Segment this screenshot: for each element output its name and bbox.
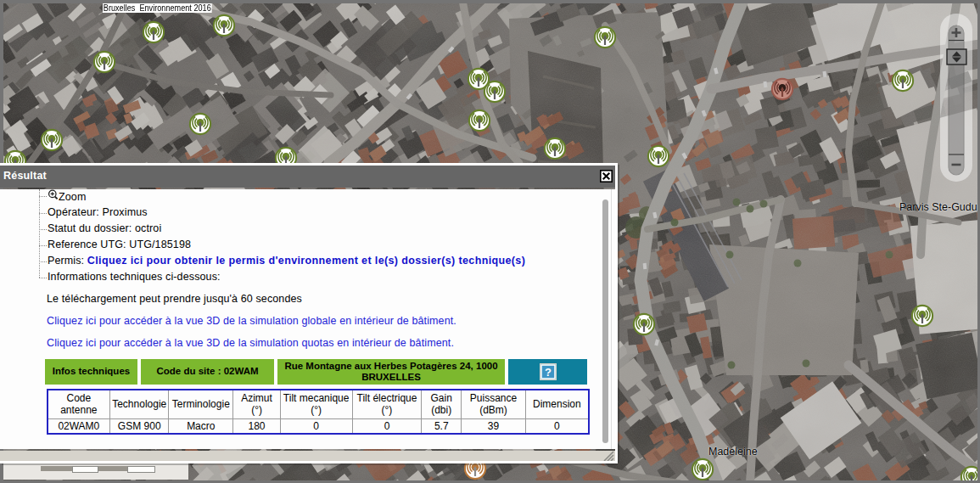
svg-text:?: ? [545,365,552,378]
